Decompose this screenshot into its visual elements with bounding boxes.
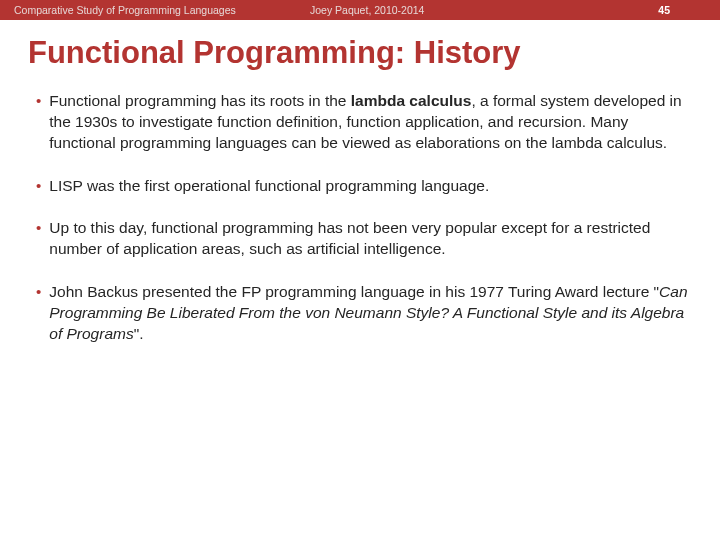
bullet-icon: •: [36, 176, 41, 196]
slide-number: 45: [658, 4, 670, 16]
slide-content: • Functional programming has its roots i…: [0, 91, 720, 345]
bullet-item: • Up to this day, functional programming…: [36, 218, 690, 260]
bullet-icon: •: [36, 91, 41, 111]
bullet-item: • LISP was the first operational functio…: [36, 176, 690, 197]
bullet-text: Up to this day, functional programming h…: [49, 218, 690, 260]
bullet-text: John Backus presented the FP programming…: [49, 282, 690, 345]
bullet-icon: •: [36, 282, 41, 302]
bullet-text: Functional programming has its roots in …: [49, 91, 690, 154]
bullet-item: • Functional programming has its roots i…: [36, 91, 690, 154]
bullet-icon: •: [36, 218, 41, 238]
bold-text: lambda calculus: [351, 92, 472, 109]
slide-title: Functional Programming: History: [0, 20, 720, 91]
header-course-title: Comparative Study of Programming Languag…: [14, 4, 236, 16]
slide-header: Comparative Study of Programming Languag…: [0, 0, 720, 20]
header-author: Joey Paquet, 2010-2014: [310, 4, 424, 16]
bullet-text: LISP was the first operational functiona…: [49, 176, 690, 197]
bullet-item: • John Backus presented the FP programmi…: [36, 282, 690, 345]
